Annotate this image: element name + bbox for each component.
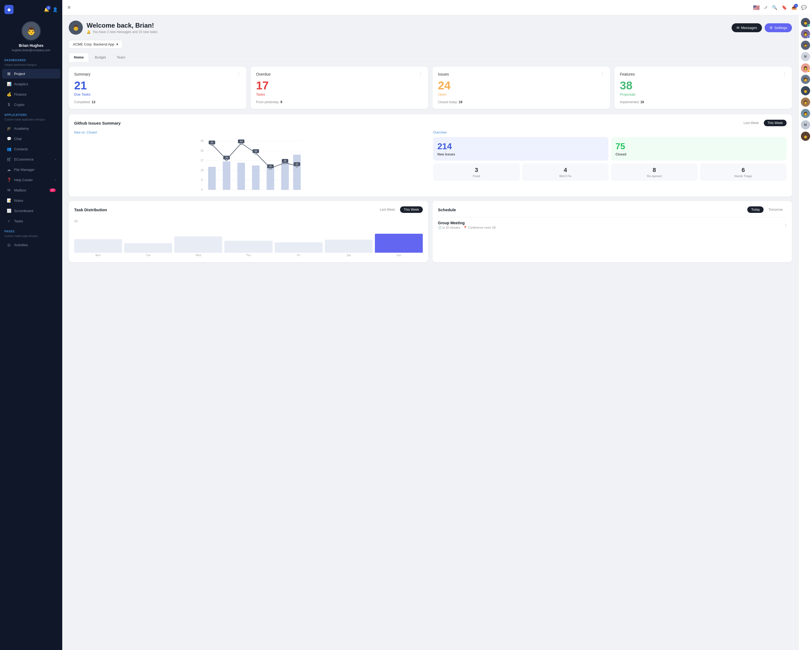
right-avatar-4[interactable]: M [801, 52, 810, 61]
mini-card-wontfix: 4 Won't Fix [522, 163, 609, 181]
right-avatar-11[interactable]: 👨 [801, 132, 810, 141]
right-avatar-1[interactable]: 👨 [801, 18, 810, 27]
sidebar-item-academy[interactable]: 🎓 Academy [2, 124, 60, 133]
settings-button[interactable]: ⚙ Settings [765, 23, 792, 32]
group-meeting-details: 🕐 in 32 minutes 📍 Conference room 1B [438, 226, 496, 229]
bar-sun-label: Sun [397, 254, 401, 257]
bar-mon-label: Mon [96, 254, 101, 257]
crypto-icon: $ [6, 102, 11, 107]
svg-rect-18 [293, 154, 301, 190]
issues-title: Issues [438, 72, 449, 76]
features-menu-icon[interactable]: ⋮ [782, 72, 786, 76]
tabs: Home Budget Team [69, 53, 792, 62]
tab-team[interactable]: Team [112, 53, 130, 61]
sidebar-item-notes[interactable]: 📝 Notes [2, 196, 60, 205]
fixed-label: Fixed [435, 174, 518, 178]
sidebar-item-ecommerce-label: ECommerce [14, 158, 34, 161]
bar-chart: Mon Tue Wed [74, 224, 423, 257]
bar-sun-bar [375, 234, 423, 253]
bar-tue-bar [124, 243, 172, 253]
sidebar-item-chat-label: Chat [14, 137, 21, 141]
summary-menu-icon[interactable]: ⋮ [237, 72, 241, 76]
schedule-tomorrow[interactable]: Tomorrow [765, 206, 786, 213]
schedule-toggle: Today Tomorrow [747, 206, 786, 213]
task-dist-this-week[interactable]: This Week [400, 206, 423, 213]
chevron-down-icon: ▾ [116, 42, 118, 46]
user-icon[interactable]: 👤 [52, 7, 58, 12]
sidebar-item-project[interactable]: ⊞ Project [2, 69, 60, 78]
flag-icon[interactable]: 🇺🇸 [753, 5, 760, 11]
profile-name: Brian Hughes [19, 43, 43, 47]
scrumboard-icon: ⬜ [6, 208, 11, 213]
inbox-icon[interactable]: 📥 5 [791, 5, 797, 10]
right-avatar-7[interactable]: 👨 [801, 86, 810, 95]
sidebar-item-analytics[interactable]: 📊 Analytics [2, 79, 60, 89]
tab-home[interactable]: Home [69, 53, 89, 62]
bar-sat-label: Sat [347, 254, 351, 257]
svg-text:22: 22 [296, 163, 298, 165]
chart-wrap: 0 9 18 27 36 45 [74, 137, 427, 191]
bookmark-icon[interactable]: 🔖 [782, 5, 787, 10]
github-toggle-this-week[interactable]: This Week [764, 120, 786, 126]
sidebar-item-analytics-label: Analytics [14, 82, 28, 86]
sidebar-item-helpcenter[interactable]: ❓ Help Center › [2, 175, 60, 185]
right-avatar-3[interactable]: 🧔 [801, 41, 810, 50]
topbar-icons: 🇺🇸 ⤢ 🔍 🔖 📥 5 💬 [753, 5, 807, 11]
welcome-actions: ✉ Messages ⚙ Settings [732, 23, 792, 32]
issues-menu-icon[interactable]: ⋮ [600, 72, 605, 76]
github-toggle-last-week[interactable]: Last Week [740, 120, 762, 126]
right-avatar-2[interactable]: 👩 [801, 29, 810, 38]
menu-icon[interactable]: ≡ [68, 5, 71, 10]
right-avatar-5[interactable]: 👩 [801, 63, 810, 73]
sidebar-item-activities[interactable]: ◎ Activities [2, 240, 60, 250]
sidebar-item-scrumboard[interactable]: ⬜ Scrumboard [2, 206, 60, 216]
sidebar-item-filemanager-label: File Manager [14, 168, 35, 172]
main-area: ≡ 🇺🇸 ⤢ 🔍 🔖 📥 5 💬 👨 Welcome back, Brian! [62, 0, 812, 650]
group-meeting-time: 🕐 in 32 minutes [438, 226, 460, 229]
messages-button[interactable]: ✉ Messages [732, 23, 762, 32]
sidebar-item-filemanager[interactable]: ☁ File Manager [2, 165, 60, 174]
finance-icon: 💰 [6, 92, 11, 97]
task-dist-toggle: Last Week This Week [376, 206, 423, 213]
summary-footer: Completed: 13 [74, 100, 241, 104]
sidebar-item-ecommerce[interactable]: 🛒 ECommerce › [2, 154, 60, 164]
schedule-item-arrow-icon[interactable]: › [785, 223, 786, 228]
tab-budget[interactable]: Budget [90, 53, 111, 61]
sidebar-item-contacts[interactable]: 👥 Contacts [2, 144, 60, 154]
task-dist-last-week[interactable]: Last Week [376, 206, 399, 213]
closed-label: Closed [615, 153, 782, 156]
svg-rect-14 [237, 163, 245, 190]
overview-bottom: 3 Fixed 4 Won't Fix 8 Re-opened [433, 163, 786, 181]
tasks-icon: ✓ [6, 219, 11, 223]
svg-text:42: 42 [211, 141, 213, 144]
notification-icon[interactable]: 🔔 3 [44, 7, 49, 12]
features-footer: Implemented: 16 [620, 100, 786, 104]
bell-icon: 🔔 [87, 30, 91, 34]
sidebar-item-mailbox[interactable]: ✉ Mailbox 27 [2, 185, 60, 195]
sidebar-item-crypto[interactable]: $ Crypto [2, 99, 60, 109]
right-avatar-9[interactable]: 👩 [801, 109, 810, 118]
right-avatar-6[interactable]: 🧑 [801, 75, 810, 84]
sidebar-item-finance[interactable]: 💰 Finance [2, 89, 60, 99]
sidebar-item-academy-label: Academy [14, 127, 29, 130]
features-title: Features [620, 72, 635, 76]
chat-topbar-icon[interactable]: 💬 [801, 5, 807, 10]
app-logo[interactable]: ◆ [4, 5, 14, 14]
contacts-icon: 👥 [6, 147, 11, 151]
expand-icon[interactable]: ⤢ [764, 5, 768, 10]
overdue-menu-icon[interactable]: ⋮ [418, 72, 423, 76]
project-selector[interactable]: ACME Corp. Backend App ▾ [69, 40, 122, 49]
analytics-icon: 📊 [6, 81, 11, 86]
sidebar-item-chat[interactable]: 💬 Chat [2, 134, 60, 144]
search-icon[interactable]: 🔍 [772, 5, 777, 10]
right-avatar-8[interactable]: 👩 [801, 98, 810, 107]
right-avatar-10[interactable]: M [801, 120, 810, 130]
chat-icon: 💬 [6, 136, 11, 141]
schedule-today[interactable]: Today [747, 206, 763, 213]
svg-text:0: 0 [201, 188, 203, 191]
bar-fri-label: Fri [297, 254, 300, 257]
svg-rect-17 [281, 163, 289, 190]
github-issues-header: Github Issues Summary Last Week This Wee… [74, 120, 786, 126]
welcome-subtitle: 🔔 You have 2 new messages and 15 new tas… [87, 30, 159, 34]
sidebar-item-tasks[interactable]: ✓ Tasks [2, 216, 60, 226]
